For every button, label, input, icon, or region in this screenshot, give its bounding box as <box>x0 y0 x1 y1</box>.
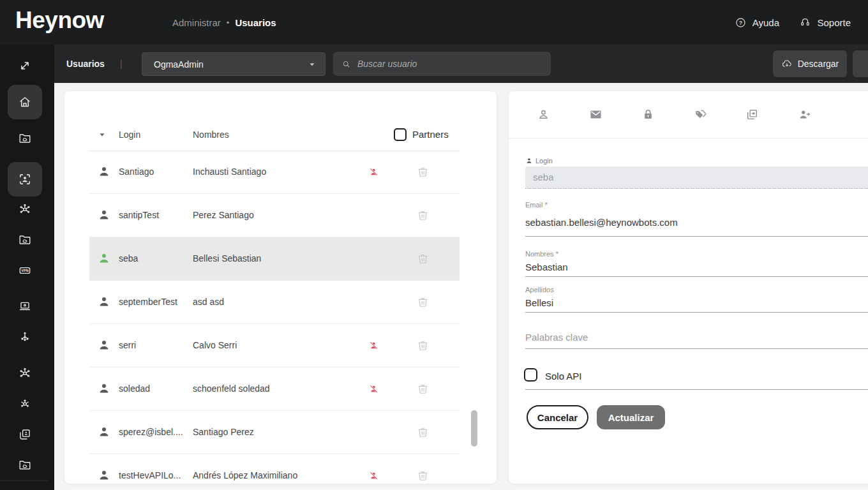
toolbar-section-label: Usuarios <box>66 45 105 83</box>
table-row[interactable]: septemberTest asd asd <box>89 281 460 324</box>
folder-media-icon <box>18 458 32 472</box>
mail-icon <box>589 108 602 121</box>
row-login: testHevAPILo... <box>119 454 181 484</box>
tab-person-forward-icon[interactable] <box>791 101 817 127</box>
admin-role-dropdown[interactable]: OgmaAdmin <box>142 52 326 76</box>
help-label: Ayuda <box>752 17 779 28</box>
sidebar-item-branch-down-icon[interactable] <box>12 324 38 350</box>
user-avatar-icon <box>97 468 111 482</box>
table-row[interactable]: seba Bellesi Sebastian <box>89 237 460 281</box>
last-names-field-value[interactable]: Bellesi <box>525 297 553 308</box>
toolbar-extra-button[interactable] <box>853 50 868 77</box>
user-avatar-icon <box>97 251 111 265</box>
row-names: Perez Santiago <box>193 194 254 237</box>
focus-person-icon <box>18 172 32 186</box>
sidebar-item-copy-pages-icon[interactable] <box>12 422 38 447</box>
row-names: Calvo Serri <box>193 324 237 367</box>
keywords-input[interactable] <box>525 329 868 345</box>
tab-person-icon[interactable] <box>530 101 556 127</box>
login-field-label: Login <box>525 157 553 165</box>
breadcrumb-separator: • <box>227 18 230 27</box>
email-field-value[interactable]: sebastian.bellesi@heynowbots.com <box>525 217 678 228</box>
row-names: Santiago Perez <box>193 411 254 454</box>
delete-user-button[interactable] <box>416 295 430 309</box>
row-names: Bellesi Sebastian <box>193 237 261 280</box>
sidebar-item-home-icon[interactable] <box>8 85 42 119</box>
breadcrumb-current: Usuarios <box>235 17 276 28</box>
cancel-button[interactable]: Cancelar <box>527 405 588 429</box>
first-names-field-value[interactable]: Sebastian <box>525 262 568 272</box>
delete-user-button[interactable] <box>416 252 430 265</box>
support-label: Soporte <box>817 17 851 28</box>
delete-user-button[interactable] <box>416 426 430 439</box>
user-inactive-icon <box>368 470 379 481</box>
row-login: serri <box>119 324 136 367</box>
sidebar-divider <box>0 480 49 481</box>
column-header-names[interactable]: Nombres <box>193 119 229 151</box>
sidebar-item-focus-person-icon[interactable] <box>8 162 42 197</box>
table-row[interactable]: testHevAPILo... Andrés López Maximiliano <box>89 454 460 484</box>
table-row[interactable]: Santiago Inchausti Santiago <box>89 151 460 194</box>
sort-desc-icon[interactable] <box>97 130 107 140</box>
admin-role-dropdown-value: OgmaAdmin <box>154 59 204 70</box>
delete-user-button[interactable] <box>416 165 430 179</box>
support-button[interactable]: Soporte <box>799 0 851 45</box>
sidebar-item-vpn-icon[interactable]: VPN <box>12 258 38 283</box>
laptop-icon <box>18 299 32 313</box>
user-inactive-icon <box>368 383 379 394</box>
user-list-card: Login Nombres Partners Santiago Inchaust… <box>64 91 497 484</box>
app-logo: Heynow <box>15 7 104 34</box>
delete-user-button[interactable] <box>416 209 430 222</box>
row-names: schoenfeld soledad <box>193 368 270 410</box>
cloud-download-icon <box>781 58 793 70</box>
download-button[interactable]: Descargar <box>773 50 847 77</box>
breadcrumb-parent[interactable]: Administrar <box>172 17 221 28</box>
solo-api-underline <box>525 389 868 390</box>
search-input[interactable] <box>356 58 551 70</box>
tab-lock-icon[interactable] <box>635 101 661 127</box>
sidebar-item-folder-media-icon[interactable] <box>12 227 38 253</box>
table-row[interactable]: soledad schoenfeld soledad <box>89 368 460 411</box>
table-row[interactable]: sperez@isbel.... Santiago Perez <box>89 411 460 454</box>
solo-api-checkbox[interactable] <box>524 368 537 382</box>
delete-user-button[interactable] <box>416 382 430 396</box>
sidebar-nav: VPN <box>0 45 54 490</box>
sidebar-item-laptop-icon[interactable] <box>12 293 38 319</box>
help-button[interactable]: ? Ayuda <box>735 0 779 45</box>
list-scrollbar-thumb[interactable] <box>471 410 477 447</box>
sidebar-item-folder-media-icon[interactable] <box>12 452 38 478</box>
delete-user-button[interactable] <box>416 339 430 352</box>
first-names-field-label: Nombres * <box>525 250 558 258</box>
email-field-label: Email * <box>525 201 548 209</box>
sidebar-item-folder-media-icon[interactable] <box>12 126 38 151</box>
search-box <box>333 52 551 76</box>
tab-mail-icon[interactable] <box>583 101 608 127</box>
update-button[interactable]: Actualizar <box>597 405 665 429</box>
first-names-field-underline <box>525 276 868 277</box>
row-login: santipTest <box>119 194 159 237</box>
table-row[interactable]: serri Calvo Serri <box>89 324 460 368</box>
person-icon <box>537 108 550 121</box>
home-icon <box>18 95 32 109</box>
partners-checkbox[interactable] <box>394 128 407 141</box>
folder-media-icon <box>18 131 32 145</box>
main-content: Login Nombres Partners Santiago Inchaust… <box>54 83 868 490</box>
partners-label: Partners <box>412 119 449 151</box>
tab-tags-icon[interactable] <box>687 101 713 127</box>
vpn-icon: VPN <box>18 264 32 278</box>
svg-text:?: ? <box>739 19 742 26</box>
sidebar-item-network-hub-icon[interactable] <box>12 360 38 386</box>
delete-user-button[interactable] <box>416 469 430 482</box>
expand-diagonal-icon <box>18 59 32 73</box>
person-icon <box>525 157 533 165</box>
table-row[interactable]: santipTest Perez Santiago <box>89 194 460 237</box>
tags-icon <box>694 108 707 121</box>
tab-switch-account-icon[interactable] <box>739 101 765 127</box>
sidebar-item-expand-diagonal-icon[interactable] <box>12 53 38 78</box>
sidebar-item-network-hub-icon[interactable] <box>12 197 38 222</box>
sidebar-item-network-arrows-icon[interactable] <box>12 391 38 417</box>
column-header-login[interactable]: Login <box>119 119 140 151</box>
row-login: seba <box>119 237 138 280</box>
row-names: asd asd <box>193 281 224 323</box>
toolbar: Usuarios | OgmaAdmin Descargar <box>54 45 868 83</box>
